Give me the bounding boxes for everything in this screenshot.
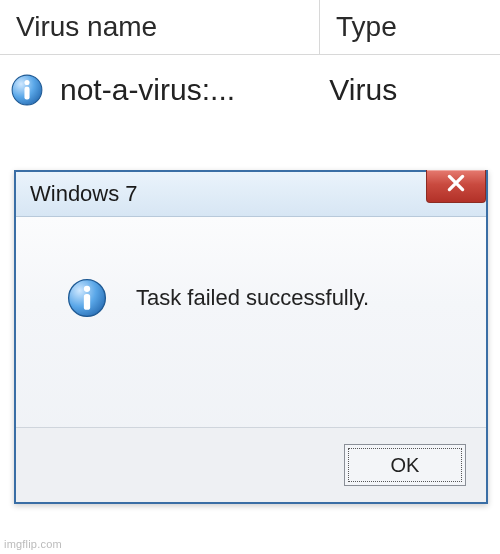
svg-point-1 [24,80,29,85]
ok-button-label: OK [391,454,420,477]
dialog-body: Task failed successfully. [16,217,486,359]
dialog-titlebar[interactable]: Windows 7 [16,172,486,217]
dialog-message: Task failed successfully. [136,285,369,311]
type-text: Virus [329,73,397,107]
watermark: imgflip.com [4,538,62,550]
close-button[interactable] [426,170,486,203]
svg-point-4 [84,286,90,292]
column-header-label: Virus name [16,11,157,43]
ok-button[interactable]: OK [344,444,466,486]
column-header-label: Type [336,11,397,43]
cell-virus-name: not-a-virus:... [0,73,313,107]
info-icon [10,73,44,107]
dialog-footer: OK [16,427,486,502]
cell-type: Virus [313,73,500,107]
dialog-title: Windows 7 [30,181,138,207]
table-row[interactable]: not-a-virus:... Virus [0,55,500,125]
virus-table: Virus name Type [0,0,500,125]
svg-rect-5 [84,294,90,310]
column-header-virus-name[interactable]: Virus name [0,0,320,54]
close-icon [445,172,467,200]
message-dialog: Windows 7 [14,170,488,504]
info-icon [66,277,108,319]
column-header-type[interactable]: Type [320,0,500,54]
virus-name-text: not-a-virus:... [60,73,235,107]
table-header-row: Virus name Type [0,0,500,55]
svg-rect-2 [24,87,29,100]
